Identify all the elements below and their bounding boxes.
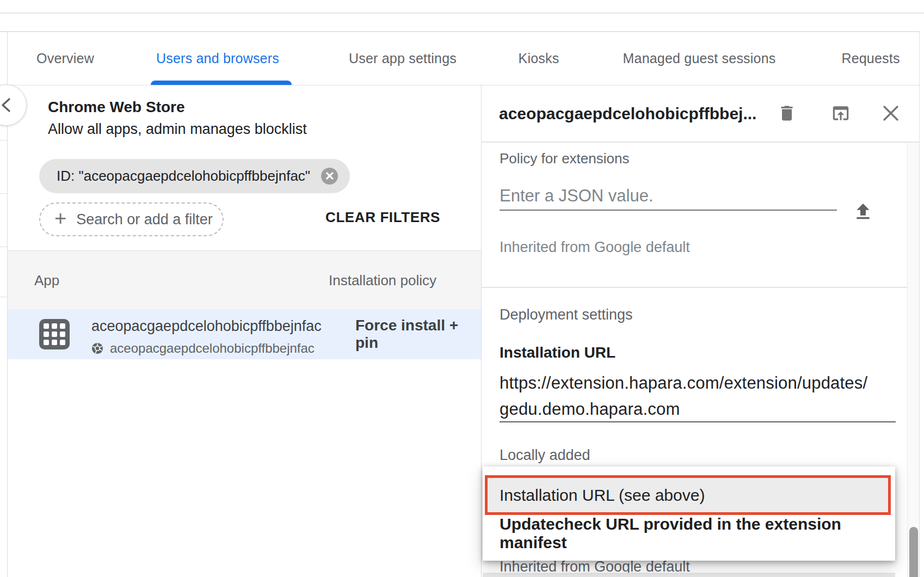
rail-row-divider bbox=[0, 247, 7, 247]
filter-chip-label: ID: "aceopacgaepdcelohobicpffbbejnfac" bbox=[57, 168, 310, 185]
filter-chip[interactable]: ID: "aceopacgaepdcelohobicpffbbejnfac" ✕ bbox=[39, 159, 350, 193]
content-right-border bbox=[919, 31, 920, 577]
chrome-admin-app-detail-screen: Overview Users and browsers User app set… bbox=[0, 0, 924, 577]
rail-row-divider bbox=[0, 140, 7, 140]
active-tab-indicator bbox=[151, 81, 292, 85]
chrome-icon bbox=[91, 342, 103, 354]
installation-url-label: Installation URL bbox=[500, 344, 615, 361]
policy-inherited-note: Inherited from Google default bbox=[500, 239, 690, 256]
tab-requests[interactable]: Requests bbox=[822, 32, 920, 84]
policy-for-extensions-label: Policy for extensions bbox=[500, 150, 629, 167]
installation-policy-value: Force install + pin bbox=[355, 317, 481, 352]
panel-scrollbar-thumb[interactable] bbox=[909, 527, 918, 577]
chevron-left-icon bbox=[0, 97, 12, 113]
search-filter-label: Search or add a filter bbox=[76, 211, 213, 228]
page-title: Chrome Web Store bbox=[48, 99, 185, 116]
detail-header-divider bbox=[482, 142, 919, 143]
installation-url-value-line2: gedu.demo.hapara.com bbox=[500, 400, 680, 419]
table-row[interactable]: aceopacgaepdcelohobicpffbbejnfac aceopac… bbox=[8, 309, 481, 359]
add-filter-icon: + bbox=[54, 208, 66, 229]
upload-icon bbox=[852, 201, 874, 223]
app-id-row: aceopacgaepdcelohobicpffbbejnfac bbox=[91, 341, 315, 356]
url-source-dropdown-menu: Installation URL (see above) Updatecheck… bbox=[483, 466, 895, 561]
section-divider bbox=[482, 287, 919, 288]
table-header: App Installation policy bbox=[8, 250, 481, 310]
rail-row-divider bbox=[0, 193, 7, 194]
tab-overview[interactable]: Overview bbox=[19, 32, 112, 84]
rail-row-divider bbox=[0, 297, 7, 297]
upload-json-button[interactable] bbox=[850, 199, 876, 225]
locally-added-label: Locally added bbox=[500, 447, 590, 464]
app-grid-icon bbox=[39, 319, 70, 349]
column-header-app: App bbox=[34, 272, 59, 289]
delete-button[interactable] bbox=[774, 100, 800, 126]
installation-url-underline bbox=[500, 421, 896, 422]
dropdown-option-updatecheck-url[interactable]: Updatecheck URL provided in the extensio… bbox=[483, 515, 895, 552]
open-in-new-window-button[interactable] bbox=[828, 100, 854, 126]
tab-bar: Overview Users and browsers User app set… bbox=[0, 31, 920, 85]
tab-user-app-settings[interactable]: User app settings bbox=[327, 32, 479, 84]
close-icon bbox=[881, 103, 901, 123]
detail-panel-title: aceopacgaepdcelohobicpffbbej... bbox=[499, 105, 756, 123]
page-subtitle: Allow all apps, admin manages blocklist bbox=[48, 121, 307, 138]
trash-icon bbox=[777, 103, 797, 123]
remove-filter-icon[interactable]: ✕ bbox=[321, 168, 338, 185]
clear-filters-button[interactable]: CLEAR FILTERS bbox=[325, 209, 440, 226]
app-name: aceopacgaepdcelohobicpffbbejnfac bbox=[91, 318, 322, 335]
tab-users-and-browsers[interactable]: Users and browsers bbox=[139, 32, 297, 84]
installation-url-value-line1: https://extension.hapara.com/extension/u… bbox=[500, 373, 867, 393]
json-input-underline bbox=[500, 210, 837, 211]
json-value-input[interactable] bbox=[500, 184, 826, 208]
collapse-panel-button[interactable] bbox=[0, 84, 27, 126]
tab-managed-guest-sessions[interactable]: Managed guest sessions bbox=[596, 32, 803, 84]
clipped-section-edge bbox=[483, 573, 895, 577]
search-or-add-filter-button[interactable]: + Search or add a filter bbox=[39, 202, 224, 236]
tab-kiosks[interactable]: Kiosks bbox=[498, 32, 580, 84]
dropdown-option-installation-url[interactable]: Installation URL (see above) bbox=[485, 475, 891, 515]
column-header-installation-policy: Installation policy bbox=[329, 272, 436, 289]
app-id: aceopacgaepdcelohobicpffbbejnfac bbox=[110, 341, 315, 356]
close-button[interactable] bbox=[878, 100, 904, 126]
deployment-settings-label: Deployment settings bbox=[500, 306, 633, 323]
detail-panel-divider bbox=[481, 84, 482, 577]
panel-scrollbar-track[interactable] bbox=[907, 143, 920, 577]
top-divider bbox=[0, 13, 924, 14]
open-in-new-window-icon bbox=[830, 103, 851, 124]
